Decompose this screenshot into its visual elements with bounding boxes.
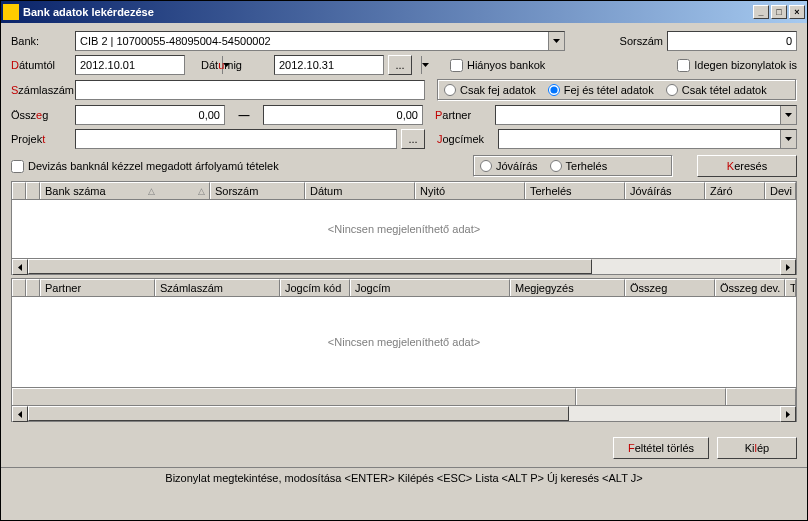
feltetel-torles-button[interactable]: Feltétel törlés: [613, 437, 709, 459]
status-text: Bizonylat megtekintése, modosítása <ENTE…: [165, 472, 642, 484]
datumig-label: Dátumig: [201, 59, 242, 71]
jogcimek-label: Jogcímek: [437, 133, 484, 145]
bank-input[interactable]: [76, 32, 548, 50]
scroll-thumb[interactable]: [28, 259, 592, 274]
datumtol-label: Dátumtól: [11, 59, 71, 71]
sort-asc-icon: △: [148, 186, 155, 196]
chevron-down-icon[interactable]: [780, 106, 796, 124]
row-marker-col[interactable]: [12, 279, 26, 296]
projekt-label: Projekt: [11, 133, 71, 145]
partner-combo[interactable]: [495, 105, 797, 125]
devizas-checkbox[interactable]: Devizás banknál kézzel megadott árfolyam…: [11, 160, 279, 173]
sort-asc-icon: △: [198, 186, 205, 196]
minimize-button[interactable]: _: [753, 5, 769, 19]
grid-tetel: Partner Számlaszám Jogcím kód Jogcím Meg…: [11, 278, 797, 422]
jogcimek-combo[interactable]: [498, 129, 797, 149]
no-data-text: <Nincsen megjeleníthető adat>: [328, 223, 480, 235]
titlebar: Bank adatok lekérdezése _ □ ×: [1, 1, 807, 23]
idegen-checkbox[interactable]: Idegen bizonylatok is: [677, 59, 797, 72]
col-terheles[interactable]: Terhelés: [525, 182, 625, 199]
col-partner[interactable]: Partner: [40, 279, 155, 296]
grid-bank-header: Bank száma△△ Sorszám Dátum Nyitó Terhelé…: [12, 182, 796, 200]
col-tip[interactable]: Tip: [785, 279, 796, 296]
grid-bank: Bank száma△△ Sorszám Dátum Nyitó Terhelé…: [11, 181, 797, 275]
jovairas-terheles-group: Jóváírás Terhelés: [473, 155, 673, 177]
scroll-right-icon[interactable]: [780, 406, 796, 422]
csak-tetel-radio[interactable]: Csak tétel adatok: [666, 84, 767, 96]
grid-tetel-footer: [12, 387, 796, 405]
jogcimek-input[interactable]: [499, 130, 780, 148]
col-bank-szama[interactable]: Bank száma△△: [40, 182, 210, 199]
sorszam-label: Sorszám: [620, 35, 663, 47]
col-megjegyzes[interactable]: Megjegyzés: [510, 279, 625, 296]
csak-fej-radio[interactable]: Csak fej adatok: [444, 84, 536, 96]
projekt-picker-button[interactable]: ...: [401, 129, 425, 149]
col-jogcim[interactable]: Jogcím: [350, 279, 510, 296]
fej-tetel-radio[interactable]: Fej és tétel adatok: [548, 84, 654, 96]
dash-label: —: [229, 109, 259, 121]
kilep-button[interactable]: Kilép: [717, 437, 797, 459]
grid-tetel-body: <Nincsen megjeleníthető adat>: [12, 297, 796, 387]
jovairas-radio[interactable]: Jóváírás: [480, 160, 538, 172]
col-szamlaszam[interactable]: Számlaszám: [155, 279, 280, 296]
col-jogcimkod[interactable]: Jogcím kód: [280, 279, 350, 296]
row-indicator-col[interactable]: [26, 182, 40, 199]
col-osszegdev[interactable]: Összeg dev.: [715, 279, 785, 296]
chevron-down-icon[interactable]: [780, 130, 796, 148]
scroll-left-icon[interactable]: [12, 259, 28, 275]
projekt-input[interactable]: [75, 129, 397, 149]
bank-combo[interactable]: [75, 31, 565, 51]
terheles-radio[interactable]: Terhelés: [550, 160, 608, 172]
col-nyito[interactable]: Nyitó: [415, 182, 525, 199]
grid-tetel-header: Partner Számlaszám Jogcím kód Jogcím Meg…: [12, 279, 796, 297]
adatok-radio-group: Csak fej adatok Fej és tétel adatok Csak…: [437, 79, 797, 101]
col-zaro[interactable]: Záró: [705, 182, 765, 199]
col-datum[interactable]: Dátum: [305, 182, 415, 199]
scroll-right-icon[interactable]: [780, 259, 796, 275]
col-jovairas[interactable]: Jóváírás: [625, 182, 705, 199]
osszeg-label: Összeg: [11, 109, 71, 121]
kereses-button[interactable]: Keresés: [697, 155, 797, 177]
app-icon: [3, 4, 19, 20]
grid-bank-hscroll[interactable]: [12, 258, 796, 274]
date-picker-button[interactable]: ...: [388, 55, 412, 75]
datumtol-combo[interactable]: [75, 55, 185, 75]
grid-tetel-hscroll[interactable]: [12, 405, 796, 421]
maximize-button[interactable]: □: [771, 5, 787, 19]
szamlaszam-label: Számlaszám: [11, 84, 71, 96]
no-data-text: <Nincsen megjeleníthető adat>: [328, 336, 480, 348]
col-osszeg[interactable]: Összeg: [625, 279, 715, 296]
statusbar: Bizonylat megtekintése, modosítása <ENTE…: [1, 467, 807, 487]
col-devi[interactable]: Devi: [765, 182, 796, 199]
partner-label: Partner: [435, 109, 471, 121]
osszeg-from-input[interactable]: [75, 105, 225, 125]
hianyos-checkbox[interactable]: Hiányos bankok: [450, 59, 545, 72]
row-indicator-col[interactable]: [26, 279, 40, 296]
grid-bank-body: <Nincsen megjeleníthető adat>: [12, 200, 796, 258]
row-marker-col[interactable]: [12, 182, 26, 199]
chevron-down-icon[interactable]: [421, 56, 429, 74]
window-title: Bank adatok lekérdezése: [23, 6, 751, 18]
scroll-thumb[interactable]: [28, 406, 569, 421]
szamlaszam-input[interactable]: [75, 80, 425, 100]
chevron-down-icon[interactable]: [548, 32, 564, 50]
partner-input[interactable]: [496, 106, 780, 124]
osszeg-to-input[interactable]: [263, 105, 423, 125]
close-button[interactable]: ×: [789, 5, 805, 19]
sorszam-input[interactable]: [667, 31, 797, 51]
col-sorszam[interactable]: Sorszám: [210, 182, 305, 199]
scroll-left-icon[interactable]: [12, 406, 28, 422]
bank-label: Bank:: [11, 35, 71, 47]
datumig-combo[interactable]: [274, 55, 384, 75]
